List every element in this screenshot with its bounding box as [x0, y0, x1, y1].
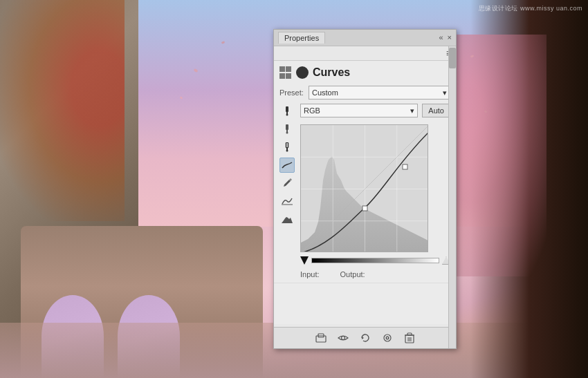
panel-footer — [274, 327, 456, 348]
curves-graph[interactable] — [300, 124, 428, 252]
view-icon — [338, 334, 349, 342]
sample-midtones-tool[interactable] — [279, 122, 295, 137]
panel-title-left: Properties — [278, 32, 325, 44]
curve-edit-icon — [282, 162, 293, 169]
histogram-icon — [282, 215, 293, 223]
adjustment-type-icon — [279, 66, 292, 79]
input-label: Input: — [300, 270, 320, 278]
trash-icon — [405, 332, 414, 343]
edit-curve-tool[interactable] — [279, 158, 295, 173]
pencil-icon — [282, 178, 292, 188]
draw-curve-tool[interactable] — [279, 176, 295, 191]
smooth-icon — [282, 197, 293, 205]
gradient-bar — [311, 258, 439, 263]
panel-scrollbar[interactable] — [448, 46, 456, 348]
svg-marker-11 — [282, 217, 293, 223]
channel-chevron-icon: ▾ — [410, 106, 414, 115]
preset-label: Preset: — [279, 88, 304, 97]
svg-rect-9 — [286, 143, 288, 147]
svg-point-2 — [286, 114, 288, 116]
curves-layer-icon — [296, 66, 309, 79]
preset-dropdown[interactable]: Custom ▾ — [309, 86, 450, 100]
channel-dropdown[interactable]: RGB ▾ — [300, 104, 418, 117]
gradient-slider-row — [300, 256, 450, 265]
svg-rect-21 — [403, 164, 407, 169]
svg-rect-0 — [286, 106, 288, 112]
autumn-leaves — [0, 0, 125, 221]
collapse-button[interactable]: « — [439, 34, 443, 41]
svg-rect-20 — [362, 206, 367, 211]
channel-value: RGB — [304, 106, 320, 115]
svg-point-5 — [286, 132, 288, 134]
view-button[interactable] — [337, 332, 349, 344]
curves-title: Curves — [313, 66, 450, 79]
sample-highlights-tool[interactable] — [279, 140, 295, 155]
black-point-slider[interactable] — [300, 256, 309, 265]
preset-chevron-icon: ▾ — [443, 88, 447, 97]
visibility-icon — [382, 333, 393, 343]
graph-area: RGB ▾ Auto — [300, 104, 450, 278]
histogram-svg — [301, 125, 428, 252]
panel-main-content: Curves Preset: Custom ▾ — [274, 61, 456, 283]
histogram-tool[interactable] — [279, 211, 295, 227]
svg-point-24 — [341, 337, 344, 340]
curves-header: Curves — [279, 65, 450, 80]
scrollbar-thumb[interactable] — [449, 48, 456, 68]
reset-icon — [360, 332, 371, 343]
reset-button[interactable] — [359, 332, 371, 344]
clip-to-layer-button[interactable] — [315, 332, 327, 344]
visibility-button[interactable] — [381, 332, 394, 344]
delete-button[interactable] — [403, 332, 416, 344]
sample-shadows-tool[interactable] — [279, 104, 295, 119]
watermark: 思缘设计论坛 www.missy uan.com — [479, 4, 582, 13]
preset-value: Custom — [312, 88, 338, 97]
smooth-curve-tool[interactable] — [279, 193, 295, 209]
panel-titlebar: Properties « × — [274, 30, 456, 46]
svg-rect-3 — [286, 124, 288, 130]
svg-rect-31 — [407, 333, 412, 335]
svg-marker-12 — [301, 156, 428, 252]
panel-title-icons: « × — [439, 34, 452, 41]
svg-rect-22 — [316, 336, 326, 342]
tools-column — [279, 104, 295, 278]
svg-marker-25 — [362, 337, 364, 339]
eyedropper-mid-icon — [282, 124, 292, 134]
preset-row: Preset: Custom ▾ — [279, 86, 450, 100]
eyedropper-dark-icon — [282, 106, 292, 116]
output-label: Output: — [340, 270, 365, 278]
io-row: Input: Output: — [300, 270, 450, 278]
panel-tab[interactable]: Properties — [278, 32, 325, 44]
auto-button[interactable]: Auto — [422, 104, 450, 117]
clip-to-layer-icon — [315, 332, 327, 343]
properties-panel: Properties « × ≡ Curves Preset: — [273, 29, 457, 349]
svg-point-8 — [286, 150, 288, 152]
channel-tools-row: RGB ▾ Auto — [279, 104, 450, 278]
panel-menu-row: ≡ — [274, 46, 456, 61]
eyedropper-light-icon — [282, 142, 292, 152]
close-button[interactable]: × — [448, 34, 452, 41]
panel-scroll-area — [274, 283, 456, 324]
channel-row: RGB ▾ Auto — [300, 104, 450, 117]
svg-point-28 — [387, 337, 388, 339]
